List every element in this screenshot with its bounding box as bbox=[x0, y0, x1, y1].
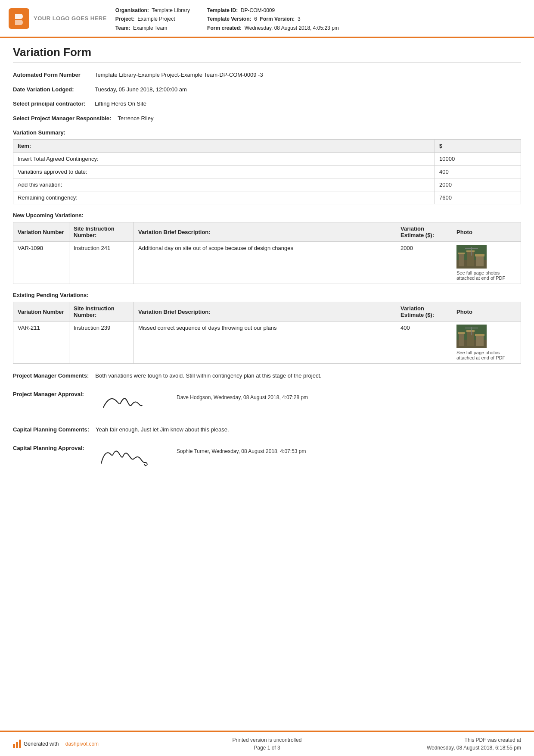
footer-center: Printed version is uncontrolled Page 1 o… bbox=[182, 736, 351, 752]
project-value: Example Project bbox=[137, 16, 175, 22]
nu-col-photo: Photo bbox=[452, 222, 521, 242]
pm-sig-row: Dave Hodgson, Wednesday, 08 August 2018,… bbox=[95, 390, 521, 416]
form-version-label: Form Version: bbox=[260, 16, 295, 22]
project-label: Project: bbox=[115, 16, 135, 22]
form-number-value: Template Library-Example Project-Example… bbox=[95, 71, 521, 79]
capital-approval-row: Capital Planning Approval: Sophie Turner… bbox=[13, 444, 521, 470]
pm-comments-content: Both variations were tough to avoid. Sti… bbox=[95, 372, 521, 380]
field-row-principal: Select principal contractor: Lifting Her… bbox=[13, 100, 521, 108]
ep-col-site: Site Instruction Number: bbox=[69, 302, 134, 322]
logo-area: YOUR LOGO GOES HERE bbox=[9, 4, 107, 32]
ep-col-var: Variation Number bbox=[13, 302, 69, 322]
template-version-value: 6 bbox=[254, 16, 257, 22]
pm-approval-content: Dave Hodgson, Wednesday, 08 August 2018,… bbox=[95, 390, 521, 416]
bar2 bbox=[16, 742, 18, 748]
template-id-line: Template ID: DP-COM-0009 bbox=[207, 6, 339, 15]
capital-comments-content: Yeah fair enough. Just let Jim know abou… bbox=[96, 425, 521, 434]
amount-cell: 7600 bbox=[435, 191, 521, 204]
nu-col-site: Site Instruction Number: bbox=[69, 222, 134, 242]
amount-cell: 400 bbox=[435, 166, 521, 178]
header: YOUR LOGO GOES HERE Organisation: Templa… bbox=[0, 0, 534, 38]
logo-icon bbox=[9, 8, 29, 29]
template-version-label: Template Version: bbox=[207, 16, 251, 22]
nu-col-brief: Variation Brief Description: bbox=[134, 222, 396, 242]
col-item-header: Item: bbox=[13, 140, 435, 153]
pdf-created-date: Wednesday, 08 August 2018, 6:18:55 pm bbox=[352, 744, 521, 752]
capital-comments-label: Capital Planning Comments: bbox=[13, 425, 96, 434]
header-meta: Organisation: Template Library Project: … bbox=[115, 4, 521, 32]
variation-summary-header: Variation Summary: bbox=[13, 129, 521, 136]
variation-summary-header-row: Item: $ bbox=[13, 140, 521, 153]
estimate-cell: 2000 bbox=[396, 242, 452, 284]
svg-rect-10 bbox=[456, 245, 487, 269]
brief-cell: Missed correct sequence of days throwing… bbox=[134, 322, 396, 364]
date-variation-value: Tuesday, 05 June 2018, 12:00:00 am bbox=[95, 85, 521, 94]
new-upcoming-header-row: Variation Number Site Instruction Number… bbox=[13, 222, 521, 242]
capital-signature bbox=[95, 444, 164, 470]
form-title: Variation Form bbox=[13, 46, 521, 63]
amount-cell: 2000 bbox=[435, 178, 521, 191]
existing-pending-header: Existing Pending Variations: bbox=[13, 292, 521, 298]
existing-pending-header-row: Variation Number Site Instruction Number… bbox=[13, 302, 521, 322]
photo-caption: See full page photos attached at end of … bbox=[456, 270, 512, 281]
estimate-cell: 400 bbox=[396, 322, 452, 364]
pm-approval-row: Project Manager Approval: Dave Hodgson, … bbox=[13, 390, 521, 416]
capital-signature-svg bbox=[95, 442, 164, 472]
ep-col-estimate: Variation Estimate ($): bbox=[396, 302, 452, 322]
pm-signature-svg bbox=[95, 390, 164, 416]
capital-sig-row: Sophie Turner, Wednesday, 08 August 2018… bbox=[95, 444, 521, 470]
org-value: Template Library bbox=[152, 7, 190, 13]
principal-value: Lifting Heros On Site bbox=[95, 100, 521, 108]
pdf-created-text: This PDF was created at bbox=[352, 736, 521, 744]
logo-text: YOUR LOGO GOES HERE bbox=[34, 15, 107, 22]
main-content: Variation Form Automated Form Number Tem… bbox=[0, 38, 534, 731]
meta-col-right: Template ID: DP-COM-0009 Template Versio… bbox=[207, 6, 339, 32]
form-created-line: Form created: Wednesday, 08 August 2018,… bbox=[207, 24, 339, 32]
form-created-label: Form created: bbox=[207, 25, 242, 31]
dashpivot-link[interactable]: dashpivot.com bbox=[65, 741, 99, 747]
item-cell: Variations approved to date: bbox=[13, 166, 435, 178]
pm-comments-row: Project Manager Comments: Both variation… bbox=[13, 372, 521, 381]
table-row: Add this variation:2000 bbox=[13, 178, 521, 191]
pm-signature bbox=[95, 390, 164, 416]
page: YOUR LOGO GOES HERE Organisation: Templa… bbox=[0, 0, 534, 756]
capital-comments-row: Capital Planning Comments: Yeah fair eno… bbox=[13, 425, 521, 434]
template-id-label: Template ID: bbox=[207, 7, 238, 13]
table-row: Insert Total Agreed Contingency:10000 bbox=[13, 153, 521, 166]
team-line: Team: Example Team bbox=[115, 24, 190, 32]
capital-comments-value: Yeah fair enough. Just let Jim know abou… bbox=[96, 425, 521, 434]
var-num-cell: VAR-211 bbox=[13, 322, 69, 364]
form-created-value: Wednesday, 08 August 2018, 4:05:23 pm bbox=[245, 25, 339, 31]
table-row: Remaining contingency:7600 bbox=[13, 191, 521, 204]
pm-label: Select Project Manager Responsible: bbox=[13, 114, 118, 123]
pm-approval-label: Project Manager Approval: bbox=[13, 390, 95, 399]
capital-approval-label: Capital Planning Approval: bbox=[13, 444, 95, 453]
table-row: VAR-211 Instruction 239 Missed correct s… bbox=[13, 322, 521, 364]
capital-approval-content: Sophie Turner, Wednesday, 08 August 2018… bbox=[95, 444, 521, 470]
site-instr-cell: Instruction 239 bbox=[69, 322, 134, 364]
item-cell: Add this variation: bbox=[13, 178, 435, 191]
col-amount-header: $ bbox=[435, 140, 521, 153]
org-line: Organisation: Template Library bbox=[115, 6, 190, 15]
svg-rect-21 bbox=[456, 325, 487, 348]
footer-right: This PDF was created at Wednesday, 08 Au… bbox=[352, 736, 521, 752]
bar1 bbox=[13, 744, 15, 748]
dashpivot-icon bbox=[13, 740, 21, 748]
form-version-value: 3 bbox=[298, 16, 301, 22]
bar3 bbox=[19, 740, 21, 748]
team-value: Example Team bbox=[133, 25, 167, 31]
pm-approval-person: Dave Hodgson, Wednesday, 08 August 2018,… bbox=[177, 390, 308, 401]
pm-comments-value: Both variations were tough to avoid. Sti… bbox=[95, 372, 521, 380]
variation-summary-table: Item: $ Insert Total Agreed Contingency:… bbox=[13, 139, 521, 204]
field-row-pm: Select Project Manager Responsible: Terr… bbox=[13, 114, 521, 123]
brief-cell: Additional day on site out of scope beca… bbox=[134, 242, 396, 284]
approval-section: Project Manager Comments: Both variation… bbox=[13, 372, 521, 470]
photo-cell: See full page photos attached at end of … bbox=[452, 242, 521, 284]
team-label: Team: bbox=[115, 25, 130, 31]
org-label: Organisation: bbox=[115, 7, 149, 13]
date-variation-label: Date Variation Lodged: bbox=[13, 85, 95, 94]
existing-pending-table: Variation Number Site Instruction Number… bbox=[13, 302, 521, 364]
principal-label: Select principal contractor: bbox=[13, 100, 95, 108]
var-num-cell: VAR-1098 bbox=[13, 242, 69, 284]
page-text: Page 1 of 3 bbox=[182, 744, 351, 752]
